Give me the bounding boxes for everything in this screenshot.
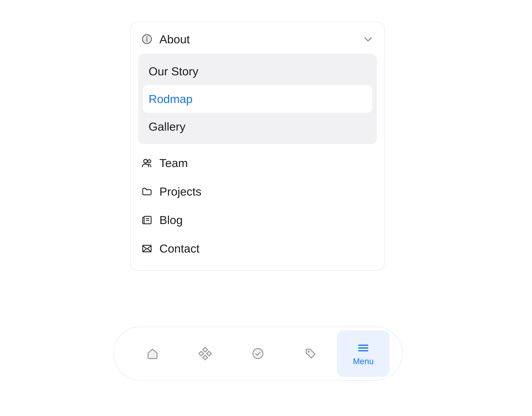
svg-point-3 <box>144 159 147 163</box>
svg-rect-10 <box>203 355 208 360</box>
menu-item-blog[interactable]: Blog <box>138 206 377 234</box>
info-icon <box>141 33 153 45</box>
menu-item-team[interactable]: Team <box>138 149 377 177</box>
check-icon <box>251 347 265 360</box>
svg-point-1 <box>146 36 148 38</box>
menu-item-projects[interactable]: Projects <box>138 177 377 206</box>
menu-item-label: Contact <box>159 242 200 255</box>
envelope-icon <box>141 242 153 255</box>
menu-panel: About Our Story Rodmap Gallery Team <box>130 22 385 271</box>
accordion-submenu: Our Story Rodmap Gallery <box>138 54 377 144</box>
menu-icon <box>357 341 370 355</box>
people-icon <box>141 157 153 169</box>
menu-item-label: Team <box>159 156 188 170</box>
news-icon <box>141 214 153 226</box>
menu-item-label: Projects <box>159 185 201 198</box>
tab-label: Menu <box>353 357 374 366</box>
categories-icon <box>199 347 212 360</box>
accordion-about[interactable]: About <box>138 28 377 51</box>
svg-rect-5 <box>144 216 151 224</box>
svg-point-4 <box>148 159 151 163</box>
folder-icon <box>141 185 153 198</box>
accordion-title: About <box>159 32 355 46</box>
menu-item-contact[interactable]: Contact <box>138 234 377 263</box>
submenu-item-gallery[interactable]: Gallery <box>143 113 372 140</box>
tab-menu[interactable]: Menu <box>337 330 390 377</box>
svg-point-14 <box>308 351 310 353</box>
bottom-tab-bar: Menu <box>113 327 403 381</box>
tag-icon <box>304 347 317 360</box>
submenu-item-our-story[interactable]: Our Story <box>143 57 372 85</box>
home-icon <box>146 347 159 360</box>
svg-rect-11 <box>199 351 204 356</box>
chevron-down-icon <box>361 32 375 46</box>
submenu-item-roadmap[interactable]: Rodmap <box>143 85 372 113</box>
tab-tasks[interactable] <box>231 330 284 377</box>
svg-rect-9 <box>203 347 208 352</box>
tab-home[interactable] <box>126 330 179 377</box>
menu-item-label: Blog <box>159 213 183 227</box>
tab-categories[interactable] <box>179 330 232 377</box>
tab-tags[interactable] <box>284 330 337 377</box>
svg-rect-12 <box>207 351 211 356</box>
